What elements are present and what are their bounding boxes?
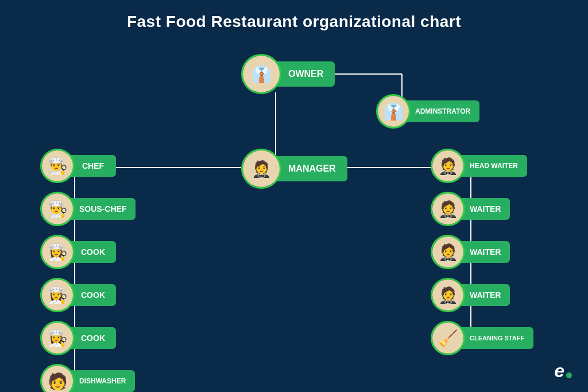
waiter3-icon: 🤵 [432,280,463,311]
cleaning-staff-icon: 🧹 [432,323,463,354]
page-title: Fast Food Restaurant organizational char… [0,0,588,37]
cleaning-staff-node: 🧹 CLEANING STAFF [431,321,533,355]
manager-avatar: 🤵 [241,149,281,189]
cook1-node: 👩‍🍳 COOK [40,235,116,269]
logo-dot [566,372,572,378]
chef-node: 👨‍🍳 CHEF [40,149,116,183]
sous-chef-icon: 👨‍🍳 [42,193,73,224]
cook3-avatar: 👩‍🍳 [40,321,75,355]
waiter1-avatar: 🤵 [431,192,465,226]
administrator-avatar: 👔 [376,94,411,129]
waiter2-icon: 🤵 [432,236,463,267]
dishwasher-node: 🧑 DISHWASHER [40,364,135,392]
org-chart: 👔 OWNER 👔 ADMINSTRATOR 🤵 MANAGER 👨‍🍳 CHE… [0,37,588,392]
dishwasher-icon: 🧑 [42,366,73,392]
owner-icon: 👔 [243,56,280,92]
waiter2-avatar: 🤵 [431,235,465,269]
owner-avatar: 👔 [241,54,281,94]
logo: e [554,360,572,382]
owner-node: 👔 OWNER [241,54,335,94]
manager-node: 🤵 MANAGER [241,149,347,189]
head-waiter-node: 🤵 HEAD WAITER [431,149,527,183]
administrator-node: 👔 ADMINSTRATOR [376,94,479,129]
chef-avatar: 👨‍🍳 [40,149,75,183]
waiter3-node: 🤵 WAITER [431,278,510,312]
cook1-avatar: 👩‍🍳 [40,235,75,269]
sous-chef-node: 👨‍🍳 SOUS-CHEF [40,192,136,226]
cook2-icon: 👩‍🍳 [42,280,73,311]
head-waiter-avatar: 🤵 [431,149,465,183]
administrator-icon: 👔 [378,96,409,127]
head-waiter-icon: 🤵 [432,150,463,181]
waiter1-node: 🤵 WAITER [431,192,510,226]
cleaning-staff-avatar: 🧹 [431,321,465,355]
waiter3-avatar: 🤵 [431,278,465,312]
cook3-icon: 👩‍🍳 [42,323,73,354]
logo-letter: e [554,360,564,382]
manager-icon: 🤵 [243,150,280,187]
chef-icon: 👨‍🍳 [42,150,73,181]
cook2-avatar: 👩‍🍳 [40,278,75,312]
waiter2-node: 🤵 WAITER [431,235,510,269]
cook3-node: 👩‍🍳 COOK [40,321,116,355]
cook1-icon: 👩‍🍳 [42,236,73,267]
cook2-node: 👩‍🍳 COOK [40,278,116,312]
waiter1-icon: 🤵 [432,193,463,224]
dishwasher-avatar: 🧑 [40,364,75,392]
sous-chef-avatar: 👨‍🍳 [40,192,75,226]
